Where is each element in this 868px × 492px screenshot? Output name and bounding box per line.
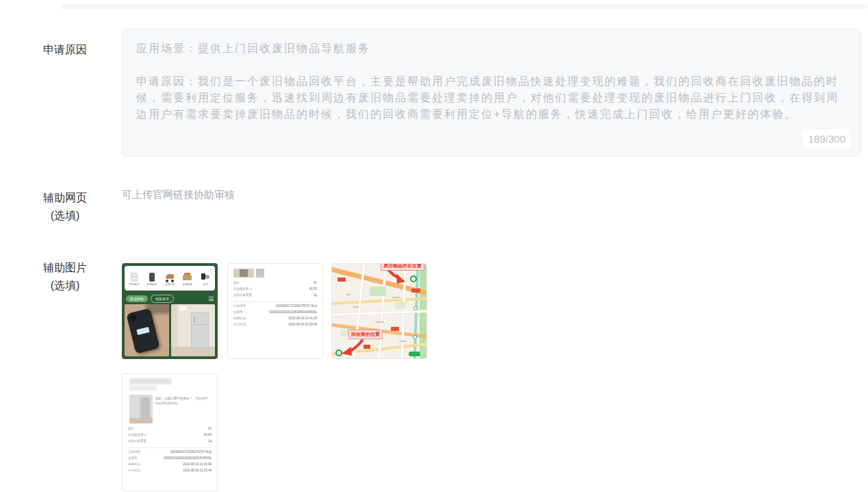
order-chat-row: 您好，冰箱太重不想搬走了，可以拍手机走流程操作吗… xyxy=(123,393,217,427)
reason-paragraph-detail: 申请原因：我们是一个废旧物品回收平台，主要是帮助用户完成废旧物品快速处理变现的难… xyxy=(136,73,847,123)
receipt-order-rows: 订单编号42166091722336179737 复制 交易号420000162… xyxy=(228,304,322,329)
fridge-icon xyxy=(129,272,140,282)
category-all: 全部 xyxy=(199,272,212,286)
list-menu-icon xyxy=(209,297,214,301)
map-annotation-recycler: 回收商的位置 xyxy=(348,330,383,339)
sofa-icon xyxy=(182,272,193,282)
blurred-header xyxy=(129,386,157,391)
category-transport: 交通工具 xyxy=(163,272,177,286)
pill-recycle: 废品回收 xyxy=(126,295,148,302)
field-label-aux-images: 辅助图片 (选填) xyxy=(38,259,92,295)
application-form-page: 申请原因 应用场景：提供上门回收废旧物品导航服务 申请原因：我们是一个废旧物品回… xyxy=(0,0,868,492)
appliance-icon xyxy=(146,272,157,282)
category-appliance: 家用家电 xyxy=(145,272,159,286)
aux-image-app-screenshot[interactable]: 手机数码 家用家电 交通工具 家具家私 全部 废品回收 xyxy=(122,263,218,359)
category-card: 手机数码 家用家电 交通工具 家具家私 全部 xyxy=(125,266,215,291)
pill-latest: 最新发布 xyxy=(151,295,174,303)
aux-webpage-input[interactable] xyxy=(122,184,416,204)
apply-reason-label: 申请原因 xyxy=(38,41,92,59)
scooter-icon xyxy=(164,272,175,282)
map-annotation-seller: 废旧物品所在位置 xyxy=(381,263,424,271)
category-furniture: 家具家私 xyxy=(181,272,194,286)
receipt-product-images xyxy=(228,264,322,281)
item-photos xyxy=(125,304,215,356)
field-label-apply-reason: 申请原因 xyxy=(38,41,92,59)
field-label-aux-webpage: 辅助网页 (选填) xyxy=(38,189,92,225)
aux-image-map-screenshot[interactable]: 废旧物品所在位置 回收商的位置 xyxy=(331,263,427,359)
aux-images-label-line2: (选填) xyxy=(38,277,92,295)
phone-photo xyxy=(125,304,169,356)
annotation-arrows xyxy=(332,264,427,359)
blurred-header xyxy=(129,378,172,384)
aux-images-label-line1: 辅助图片 xyxy=(38,259,92,277)
filter-pills: 废品回收 最新发布 xyxy=(126,295,214,303)
aux-webpage-label-line2: (选填) xyxy=(38,207,92,225)
reason-paragraph-scene: 应用场景：提供上门回收废旧物品导航服务 xyxy=(136,40,847,57)
reason-textarea[interactable]: 应用场景：提供上门回收废旧物品导航服务 申请原因：我们是一个废旧物品回收平台，主… xyxy=(122,29,861,156)
receipt-divider xyxy=(233,302,317,302)
chat-message: 您好，冰箱太重不想搬走了，可以拍手机走流程操作吗… xyxy=(155,395,210,423)
all-items-icon xyxy=(200,272,211,282)
receipt-order-rows: 订单编号42166091722336179737 复制 交易号420000162… xyxy=(123,450,217,475)
category-phone: 手机数码 xyxy=(127,272,141,286)
receipt-divider xyxy=(128,447,212,448)
product-photo xyxy=(233,269,254,278)
aux-image-order-detail[interactable]: 您好，冰箱太重不想搬走了，可以拍手机走流程操作吗… 报价¥1 信息服务费 ①¥0… xyxy=(122,373,218,491)
receipt-rows: 报价¥1 信息服务费 ①¥0.05 实际结算重量1g xyxy=(123,427,217,445)
char-counter: 189/300 xyxy=(803,130,851,149)
fridge-photo xyxy=(171,304,216,356)
product-photo-2 xyxy=(256,269,264,278)
aux-image-order-receipt[interactable]: 报价¥1 信息服务费 ①¥0.05 实际结算重量1g 订单编号421660917… xyxy=(227,263,323,359)
receipt-rows: 报价¥1 信息服务费 ①¥0.05 实际结算重量1g xyxy=(228,281,322,299)
scrolled-field-edge xyxy=(62,4,868,9)
aux-webpage-label-line1: 辅助网页 xyxy=(38,189,92,207)
fridge-photo xyxy=(129,395,153,423)
